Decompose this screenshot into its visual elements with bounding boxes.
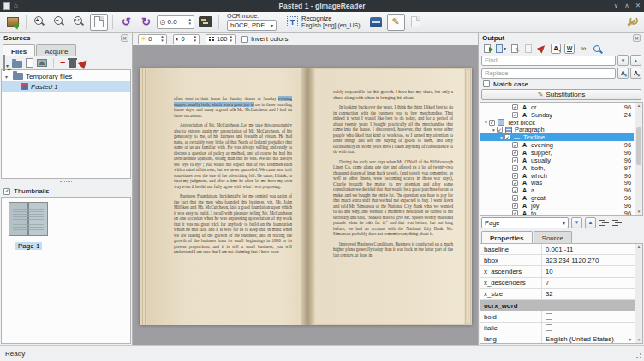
close-panel-icon[interactable]: ✕	[633, 34, 641, 42]
tab-acquire[interactable]: Acquire	[36, 44, 76, 56]
ocr-tree-row[interactable]: ▾✓—Textline	[480, 133, 634, 141]
expander-icon[interactable]: ▾	[483, 120, 489, 125]
ocr-tree-row[interactable]: ▾✓Paragraph	[480, 127, 634, 134]
ocr-tree-row[interactable]: ✓ASunday24	[480, 111, 634, 119]
rotate-left-button[interactable]: ↺	[117, 14, 135, 31]
replace-all-button[interactable]: A▼	[630, 68, 641, 79]
spin-down-icon[interactable]: ▼	[229, 39, 232, 44]
page-select[interactable]: Page ▾	[481, 217, 569, 228]
open-output-button[interactable]: ▾	[496, 44, 506, 54]
ocr-result-tree[interactable]: ✓Aor96✓ASunday24▾✓Text block▾✓Paragraph▾…	[480, 102, 643, 216]
ocr-tree-row[interactable]: ✓Ato96	[480, 210, 634, 216]
item-checkbox[interactable]: ✓	[512, 173, 518, 179]
item-checkbox[interactable]: ✓	[512, 180, 518, 186]
property-value[interactable]: 10	[542, 266, 635, 276]
item-checkbox[interactable]: ✓	[512, 195, 518, 201]
controls-toggle-button[interactable]	[196, 14, 214, 31]
delete-output-button[interactable]	[537, 44, 547, 54]
item-checkbox[interactable]: ✓	[497, 127, 503, 133]
ocr-tree-row[interactable]: ✓Ajoy96	[480, 202, 634, 210]
item-checkbox[interactable]: ✓	[512, 157, 518, 163]
invert-colors-checkbox[interactable]	[242, 36, 248, 43]
ocr-tree-row[interactable]: ✓Aa96	[480, 186, 634, 194]
add-image-button[interactable]	[3, 14, 21, 31]
expand-all-button[interactable]	[611, 217, 622, 228]
tab-source[interactable]: Source	[534, 231, 572, 243]
properties-scrollbar[interactable]: ▲ ▼	[635, 244, 642, 343]
item-checkbox[interactable]: ✓	[512, 165, 518, 171]
ocr-tree-row[interactable]: ✓Awhich96	[480, 172, 634, 180]
delete-source-button[interactable]	[69, 60, 76, 68]
remove-source-button[interactable]: −	[60, 58, 65, 68]
maximize-icon[interactable]: ∧	[624, 2, 629, 10]
zoom-original-button[interactable]: 1:1	[70, 14, 88, 31]
ocr-tree-row[interactable]: ✓Aevening96	[480, 141, 634, 149]
thumbnails-checkbox[interactable]: ✓	[3, 188, 10, 195]
resize-grip[interactable]	[634, 351, 642, 359]
property-select[interactable]: English (United States)▾	[546, 335, 633, 343]
preview-button[interactable]	[592, 44, 602, 54]
substitutions-toggle[interactable]: ∞	[578, 44, 588, 54]
property-checkbox[interactable]	[546, 324, 552, 331]
property-value[interactable]: 7	[542, 278, 635, 288]
resolution-spinner[interactable]: 100 ▲▼	[206, 34, 236, 44]
ocr-tree-row[interactable]: ✓Agreat96	[480, 194, 634, 202]
collapse-all-button[interactable]	[599, 217, 609, 228]
property-value[interactable]: 0.001 -11	[542, 244, 635, 254]
ocr-mode-select[interactable]: hOCR, PDF ▾	[227, 20, 277, 31]
panel-splitter[interactable]	[0, 179, 132, 186]
prev-item-button[interactable]: ▲	[585, 217, 596, 228]
close-panel-icon[interactable]: ✕	[121, 34, 128, 42]
recognize-button[interactable]: T Recognize English [eng] (en_US)	[282, 13, 365, 31]
ocr-tree-row[interactable]: ▾✓Text block	[480, 119, 634, 127]
match-case-checkbox[interactable]	[483, 80, 490, 87]
zoom-fit-button[interactable]	[90, 14, 108, 31]
add-images-button[interactable]: ▾	[3, 56, 9, 71]
item-checkbox[interactable]: ✓	[512, 210, 518, 216]
spin-down-icon[interactable]: ▼	[160, 39, 164, 44]
scroll-down-icon[interactable]: ▼	[635, 209, 642, 215]
screenshot-button[interactable]	[37, 59, 47, 67]
scroll-down-icon[interactable]: ▼	[635, 337, 642, 343]
thumbnail-label[interactable]: Page 1	[15, 242, 42, 250]
paste-button[interactable]	[26, 58, 33, 68]
ocr-tree-row[interactable]: ✓Aor96	[480, 104, 634, 111]
item-checkbox[interactable]: ✓	[512, 112, 518, 118]
item-checkbox[interactable]: ✓	[512, 104, 518, 110]
replace-input[interactable]	[481, 68, 616, 79]
property-value[interactable]: 32	[542, 289, 635, 299]
minimize-icon[interactable]: ∨	[614, 2, 619, 10]
close-icon[interactable]: ✕	[635, 2, 641, 10]
spin-down-icon[interactable]: ▼	[193, 39, 196, 44]
expander-icon[interactable]: ▾	[5, 74, 10, 80]
spin-down-icon[interactable]: ▼	[188, 22, 192, 27]
find-input[interactable]	[481, 56, 616, 66]
item-checkbox[interactable]: ✓	[512, 203, 518, 209]
wconf-toggle[interactable]: W	[564, 44, 575, 54]
brightness-spinner[interactable]: ☀ 0 ▲▼	[138, 34, 167, 44]
item-checkbox[interactable]: ✓	[512, 142, 518, 148]
tree-scrollbar[interactable]: ▲ ▼	[635, 103, 642, 215]
item-checkbox[interactable]: ✓	[504, 134, 510, 140]
export-button[interactable]	[482, 44, 492, 54]
image-canvas[interactable]: often went to their home for Sunday dinn…	[133, 45, 478, 345]
contrast-spinner[interactable]: ◐ 0 ▲▼	[173, 34, 200, 44]
tree-row-pasted[interactable]: Pasted 1	[2, 81, 130, 92]
rotation-spinbox[interactable]: ⊙ 0.0 ▲ ▼	[157, 15, 194, 29]
next-item-button[interactable]: ▼	[571, 217, 582, 228]
find-next-button[interactable]: ▼	[617, 55, 629, 66]
page-thumbnail[interactable]	[9, 202, 48, 236]
expander-icon[interactable]: ▾	[498, 135, 504, 140]
clear-sources-button[interactable]	[78, 56, 90, 68]
ocr-tree-row[interactable]: ✓Aboth,97	[480, 164, 634, 172]
replace-button[interactable]: A▼	[617, 68, 629, 79]
tree-row-folder[interactable]: ▾ Temporary files	[2, 71, 130, 81]
item-checkbox[interactable]: ✓	[489, 120, 495, 126]
scroll-up-icon[interactable]: ▲	[635, 103, 642, 109]
rotation-spin-arrows[interactable]: ▲ ▼	[188, 18, 192, 26]
edit-toggle-button[interactable]: ✎	[387, 14, 405, 31]
zoom-in-button[interactable]: +	[31, 14, 49, 31]
scrollbar-thumb[interactable]	[636, 127, 641, 166]
ocr-tree-row[interactable]: ✓Ausually96	[480, 157, 634, 164]
zoom-out-button[interactable]: −	[51, 14, 69, 31]
